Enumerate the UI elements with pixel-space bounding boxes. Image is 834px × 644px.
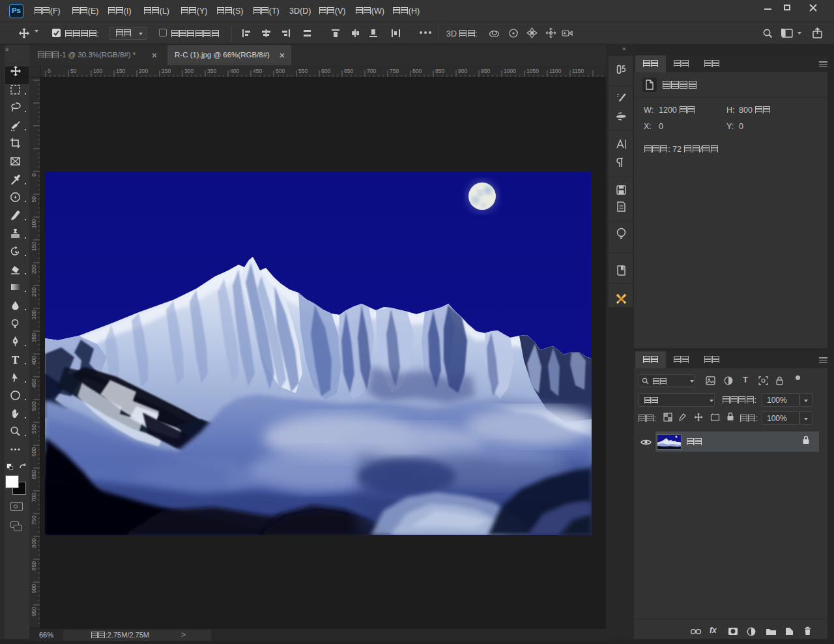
svg-text:700: 700 <box>367 68 376 74</box>
svg-text:950: 950 <box>481 68 490 74</box>
svg-text:700: 700 <box>31 493 37 502</box>
svg-text:500: 500 <box>276 68 285 74</box>
svg-text:450: 450 <box>253 68 262 74</box>
svg-text:800: 800 <box>31 538 37 548</box>
svg-text:750: 750 <box>390 68 399 74</box>
svg-text:400: 400 <box>230 68 239 74</box>
svg-text:100: 100 <box>31 219 37 228</box>
svg-text:1100: 1100 <box>549 68 562 74</box>
svg-text:150: 150 <box>31 242 37 251</box>
svg-text:200: 200 <box>139 68 148 74</box>
svg-text:800: 800 <box>412 68 422 74</box>
svg-text:850: 850 <box>435 68 444 74</box>
svg-text:0: 0 <box>31 173 37 177</box>
svg-text:1050: 1050 <box>526 68 539 74</box>
svg-text:0: 0 <box>48 68 51 74</box>
svg-text:900: 900 <box>31 584 37 593</box>
svg-text:200: 200 <box>31 265 37 274</box>
svg-text:850: 850 <box>31 561 37 570</box>
svg-text:50: 50 <box>70 68 77 74</box>
svg-text:50: 50 <box>31 196 37 203</box>
svg-text:150: 150 <box>116 68 125 74</box>
svg-text:250: 250 <box>162 68 171 74</box>
svg-text:300: 300 <box>31 310 37 319</box>
svg-text:350: 350 <box>207 68 216 74</box>
svg-text:750: 750 <box>31 516 37 525</box>
svg-text:650: 650 <box>31 470 37 479</box>
svg-text:600: 600 <box>321 68 330 74</box>
svg-text:350: 350 <box>31 333 37 342</box>
svg-text:250: 250 <box>31 287 37 297</box>
svg-text:550: 550 <box>298 68 308 74</box>
svg-text:950: 950 <box>31 607 37 616</box>
svg-text:300: 300 <box>184 68 194 74</box>
svg-text:100: 100 <box>93 68 102 74</box>
svg-text:600: 600 <box>31 447 37 456</box>
svg-text:450: 450 <box>31 379 37 388</box>
svg-text:1150: 1150 <box>572 68 584 74</box>
svg-text:1000: 1000 <box>504 68 516 74</box>
svg-text:500: 500 <box>31 402 37 411</box>
svg-text:900: 900 <box>458 68 467 74</box>
svg-text:400: 400 <box>31 356 37 365</box>
svg-text:550: 550 <box>31 424 37 433</box>
svg-text:650: 650 <box>344 68 353 74</box>
